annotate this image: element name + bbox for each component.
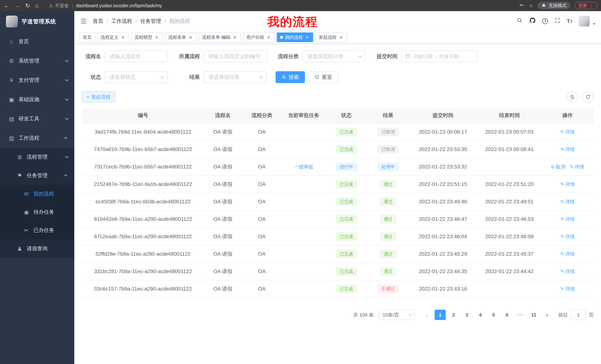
detail-icon: ✎ (560, 286, 564, 291)
tab-process-form-edit[interactable]: 流程表单-编辑× (199, 32, 241, 42)
tab-start-process[interactable]: 发起流程× (315, 32, 347, 42)
sidebar-item-todo-tasks[interactable]: ◉待办任务 (0, 203, 74, 221)
detail-link[interactable]: ✎详情 (560, 286, 575, 292)
tab-close-icon[interactable]: × (188, 35, 193, 40)
cell-id: 331bc281-7b9a-11ec-a290-acde48001122 (82, 263, 204, 280)
sidebar-item-leave-query[interactable]: ♟请假查询 (0, 239, 74, 258)
column-header: 流程分类 (241, 108, 282, 123)
process-name-input[interactable] (105, 50, 168, 62)
create-process-button[interactable]: + 发起流程 (82, 91, 115, 102)
goto-page-input[interactable] (571, 310, 586, 320)
current-task-link[interactable]: 一级审批 (294, 164, 313, 170)
breadcrumb-item[interactable]: 首页 (93, 18, 103, 25)
cell-submit-time: 2022-01-22 23:46:04 (409, 228, 477, 245)
detail-link[interactable]: ✎详情 (560, 216, 575, 222)
tab-close-icon[interactable]: × (120, 35, 126, 40)
back-icon[interactable]: ← (4, 2, 9, 9)
home-icon[interactable]: ⌂ (35, 2, 39, 9)
bookmark-star-icon[interactable]: ☆ (529, 3, 533, 8)
breadcrumb-item[interactable]: 任务管理 (140, 18, 161, 25)
sidebar-item-payment[interactable]: ¥支付管理 (0, 70, 74, 90)
page-button-2[interactable]: 2 (448, 310, 459, 320)
page-size-select[interactable]: 10条/页 (379, 310, 415, 320)
sidebar-item-task-mgmt[interactable]: ⚑任务管理 (0, 166, 74, 185)
detail-link[interactable]: ✎详情 (560, 199, 575, 205)
github-icon[interactable] (529, 17, 536, 25)
sidebar-item-label: 我的流程 (33, 190, 68, 197)
detail-link[interactable]: ✎详情 (560, 129, 575, 135)
cell-result: 不通过 (368, 280, 409, 297)
key-icon[interactable] (519, 2, 524, 9)
pagination-more-button[interactable]: ··· (515, 310, 526, 320)
cell-status: 进行中 (325, 158, 368, 175)
user-avatar[interactable] (579, 16, 590, 27)
sidebar-item-my-process[interactable]: ✉我的流程 (0, 185, 74, 203)
chevron-down-icon (65, 116, 69, 120)
search-icon[interactable] (517, 17, 523, 25)
tab-home[interactable]: 首页 (80, 32, 95, 42)
breadcrumb-item[interactable]: 工作流程 (111, 18, 132, 25)
avatar-caret-icon[interactable]: ▾ (593, 21, 595, 26)
page-button-1[interactable]: 1 (435, 310, 446, 320)
result-select[interactable]: 请选择流结果 (204, 71, 267, 83)
status-select[interactable]: 请选择状态 (105, 71, 168, 83)
cancel-link[interactable]: ⊘取消 (551, 164, 565, 170)
breadcrumb-separator: / (136, 18, 137, 24)
search-button[interactable]: 搜索 (276, 71, 305, 83)
detail-icon: ✎ (560, 147, 564, 152)
detail-link[interactable]: ✎详情 (560, 251, 575, 257)
logo-row[interactable]: 芋道管理系统 (0, 11, 74, 32)
forward-icon[interactable]: → (14, 2, 20, 9)
cell-submit-time: 2022-01-22 23:53:32 (409, 158, 477, 175)
tab-close-icon[interactable]: × (305, 35, 310, 40)
cell-end-time: 2022-01-22 23:46:53 (477, 211, 541, 228)
page-button-3[interactable]: 3 (461, 310, 472, 320)
category-select[interactable]: 请选择流程分类 (302, 50, 366, 62)
sidebar-item-process-mgmt[interactable]: ≣流程管理 (0, 148, 74, 166)
address-bar[interactable]: ⚠ 不安全 | dashboard.yudao.iocoder.cn/bpm/t… (49, 3, 514, 9)
tab-close-icon[interactable]: × (232, 35, 237, 40)
detail-link[interactable]: ✎详情 (560, 181, 575, 188)
refresh-button[interactable] (582, 91, 594, 102)
submit-time-range-picker[interactable]: 开始日期 - 结束日期 (401, 50, 477, 62)
page-button-5[interactable]: 5 (488, 310, 499, 320)
tab-user-group[interactable]: 用户分组× (243, 32, 274, 42)
page-button-4[interactable]: 4 (475, 310, 486, 320)
tab-process-definition[interactable]: 流程定义× (97, 32, 129, 42)
help-icon[interactable]: ? (542, 18, 548, 24)
toggle-search-button[interactable] (567, 91, 578, 102)
next-page-button[interactable]: › (541, 310, 553, 320)
detail-link[interactable]: ✎详情 (560, 146, 575, 153)
prev-page-button[interactable]: ‹ (421, 310, 432, 320)
detail-link[interactable]: ✎详情 (560, 233, 575, 240)
security-warning[interactable]: ⚠ 不安全 (49, 3, 69, 9)
collapse-sidebar-icon[interactable] (80, 18, 87, 25)
page-button-6[interactable]: 6 (501, 310, 513, 320)
tab-close-icon[interactable]: × (266, 35, 271, 40)
tab-close-icon[interactable]: × (338, 35, 344, 40)
browser-menu-icon[interactable]: ⋮ (589, 3, 594, 8)
parent-process-input[interactable] (204, 50, 267, 62)
detail-link[interactable]: ✎详情 (570, 164, 584, 170)
page-button-11[interactable]: 11 (528, 310, 539, 320)
sidebar-item-done-tasks[interactable]: ✂已办任务 (0, 221, 74, 239)
reset-button[interactable]: 重置 (309, 71, 338, 83)
sidebar-item-home[interactable]: ⌂首页 (0, 32, 74, 51)
sidebar-item-system[interactable]: ⚙系统管理 (0, 51, 74, 70)
eye-icon: ◉ (22, 209, 30, 215)
sidebar-item-workflow[interactable]: ▥工作流程 (0, 128, 74, 148)
update-button[interactable]: 更新 ⋮ (575, 2, 597, 9)
tab-my-process[interactable]: 我的流程× (277, 32, 313, 42)
cell-process-name: OA 请假 (204, 211, 241, 228)
font-size-icon[interactable]: T T (567, 18, 572, 24)
detail-link[interactable]: ✎详情 (560, 268, 575, 275)
tab-process-model[interactable]: 流程模型× (131, 32, 163, 42)
sidebar-item-infrastructure[interactable]: ▣基础设施 (0, 90, 74, 109)
reload-icon[interactable]: ↻ (25, 2, 30, 9)
tab-label: 流程模型 (134, 34, 152, 40)
app-shell: 芋道管理系统 ⌂首页⚙系统管理¥支付管理▣基础设施▤研发工具▥工作流程≣流程管理… (0, 11, 601, 364)
tab-close-icon[interactable]: × (154, 35, 159, 40)
tab-process-form[interactable]: 流程表单× (165, 32, 197, 42)
sidebar-item-devtools[interactable]: ▤研发工具 (0, 109, 74, 128)
fullscreen-icon[interactable] (554, 18, 560, 25)
